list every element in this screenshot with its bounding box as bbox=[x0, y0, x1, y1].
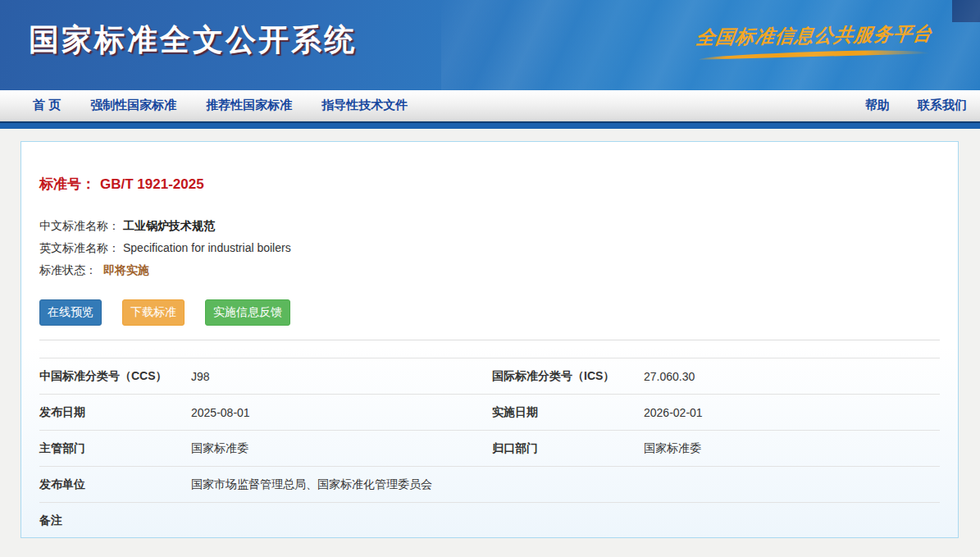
cn-name-value: 工业锅炉技术规范 bbox=[123, 219, 215, 232]
cn-name-label: 中文标准名称： bbox=[39, 219, 120, 232]
centralized-dept-label: 归口部门 bbox=[492, 441, 644, 456]
standard-number-label: 标准号： bbox=[39, 176, 95, 192]
section-divider bbox=[39, 340, 940, 340]
standard-number-value: GB/T 1921-2025 bbox=[100, 176, 204, 192]
publisher-value: 国家市场监督管理总局、国家标准化管理委员会 bbox=[191, 477, 432, 492]
remarks-pair: 备注 bbox=[39, 514, 940, 528]
nav-left-group: 首 页 强制性国家标准 推荐性国家标准 指导性技术文件 bbox=[33, 98, 408, 113]
en-name-value: Specification for industrial boilers bbox=[123, 241, 291, 254]
implementation-feedback-button[interactable]: 实施信息反馈 bbox=[205, 299, 290, 326]
nav-item-help[interactable]: 帮助 bbox=[865, 98, 890, 113]
standard-details-table: 中国标准分类号（CCS） J98 国际标准分类号（ICS） 27.060.30 … bbox=[39, 358, 940, 539]
platform-logo-underline bbox=[699, 48, 930, 59]
main-nav: 首 页 强制性国家标准 推荐性国家标准 指导性技术文件 帮助 联系我们 bbox=[0, 90, 980, 121]
download-standard-button[interactable]: 下载标准 bbox=[122, 299, 185, 326]
publish-date-pair: 发布日期 2025-08-01 bbox=[39, 405, 492, 420]
platform-logo-text: 全国标准信息公共服务平台 bbox=[695, 21, 934, 50]
platform-logo: 全国标准信息公共服务平台 bbox=[691, 23, 937, 57]
table-row: 发布单位 国家市场监督管理总局、国家标准化管理委员会 bbox=[39, 467, 940, 503]
nav-item-mandatory-standards[interactable]: 强制性国家标准 bbox=[90, 98, 176, 113]
status-badge: 即将实施 bbox=[103, 263, 149, 276]
ics-value: 27.060.30 bbox=[644, 370, 695, 383]
en-name-label: 英文标准名称： bbox=[39, 241, 120, 254]
header-banner: 国家标准全文公开系统 全国标准信息公共服务平台 bbox=[0, 0, 980, 90]
publish-date-label: 发布日期 bbox=[39, 405, 191, 420]
standard-meta: 中文标准名称：工业锅炉技术规范 英文标准名称：Specification for… bbox=[39, 215, 940, 281]
ics-pair: 国际标准分类号（ICS） 27.060.30 bbox=[492, 369, 940, 384]
online-preview-button[interactable]: 在线预览 bbox=[39, 299, 102, 326]
nav-item-guiding-documents[interactable]: 指导性技术文件 bbox=[321, 98, 408, 113]
competent-dept-label: 主管部门 bbox=[39, 441, 191, 456]
nav-item-contact-us[interactable]: 联系我们 bbox=[918, 98, 967, 113]
nav-item-home[interactable]: 首 页 bbox=[33, 98, 61, 113]
centralized-dept-pair: 归口部门 国家标准委 bbox=[492, 441, 940, 456]
site-title[interactable]: 国家标准全文公开系统 bbox=[29, 20, 357, 61]
implement-date-pair: 实施日期 2026-02-01 bbox=[492, 405, 940, 420]
cn-name-line: 中文标准名称：工业锅炉技术规范 bbox=[39, 215, 940, 237]
ics-label: 国际标准分类号（ICS） bbox=[492, 369, 644, 384]
ccs-label: 中国标准分类号（CCS） bbox=[39, 369, 191, 384]
centralized-dept-value: 国家标准委 bbox=[644, 441, 701, 456]
publish-date-value: 2025-08-01 bbox=[191, 406, 250, 419]
remarks-label: 备注 bbox=[39, 514, 191, 528]
banner-corner-decoration bbox=[952, 0, 980, 22]
nav-blue-divider-bar bbox=[0, 121, 980, 129]
table-row: 备注 bbox=[39, 503, 940, 539]
nav-right-group: 帮助 联系我们 bbox=[865, 98, 967, 113]
en-name-line: 英文标准名称：Specification for industrial boil… bbox=[39, 237, 940, 259]
implement-date-value: 2026-02-01 bbox=[644, 406, 703, 419]
table-row: 主管部门 国家标准委 归口部门 国家标准委 bbox=[39, 431, 940, 467]
nav-item-recommended-standards[interactable]: 推荐性国家标准 bbox=[206, 98, 292, 113]
table-row: 发布日期 2025-08-01 实施日期 2026-02-01 bbox=[39, 395, 940, 431]
status-label: 标准状态： bbox=[39, 263, 97, 276]
competent-dept-pair: 主管部门 国家标准委 bbox=[39, 441, 492, 456]
competent-dept-value: 国家标准委 bbox=[191, 441, 248, 456]
action-button-row: 在线预览 下载标准 实施信息反馈 bbox=[39, 299, 940, 326]
ccs-value: J98 bbox=[191, 370, 210, 383]
publisher-label: 发布单位 bbox=[39, 477, 191, 492]
status-line: 标准状态：即将实施 bbox=[39, 259, 940, 281]
ccs-pair: 中国标准分类号（CCS） J98 bbox=[39, 369, 492, 384]
publisher-pair: 发布单位 国家市场监督管理总局、国家标准化管理委员会 bbox=[39, 477, 940, 492]
standard-number-line: 标准号：GB/T 1921-2025 bbox=[39, 175, 940, 194]
implement-date-label: 实施日期 bbox=[492, 405, 644, 420]
table-row: 中国标准分类号（CCS） J98 国际标准分类号（ICS） 27.060.30 bbox=[39, 358, 940, 395]
standard-detail-card: 标准号：GB/T 1921-2025 中文标准名称：工业锅炉技术规范 英文标准名… bbox=[21, 141, 959, 538]
